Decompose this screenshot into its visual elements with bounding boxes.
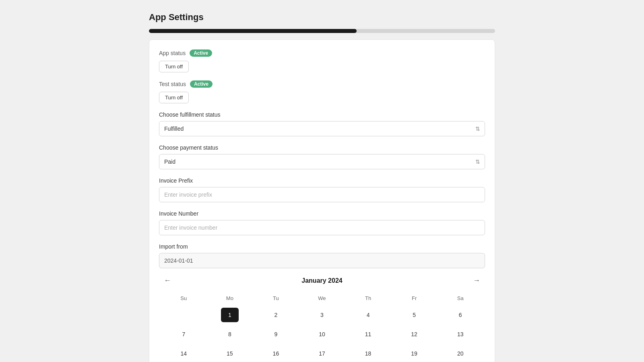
calendar-title: January 2024 — [301, 277, 342, 284]
invoice-prefix-label: Invoice Prefix — [159, 177, 485, 184]
calendar-day[interactable]: 20 — [437, 344, 483, 362]
calendar-day[interactable]: 11 — [345, 325, 391, 344]
calendar-prev-button[interactable]: ← — [161, 275, 174, 286]
calendar-day[interactable]: 13 — [437, 325, 483, 344]
calendar-next-button[interactable]: → — [470, 275, 483, 286]
invoice-number-label: Invoice Number — [159, 210, 485, 217]
page-title: App Settings — [149, 12, 495, 23]
calendar-day[interactable]: 16 — [253, 344, 299, 362]
calendar-day — [161, 305, 207, 325]
invoice-number-input[interactable] — [159, 220, 485, 235]
app-turn-off-button[interactable]: Turn off — [159, 61, 189, 72]
calendar-day[interactable]: 19 — [391, 344, 438, 362]
import-from-label: Import from — [159, 243, 485, 250]
test-turn-off-button[interactable]: Turn off — [159, 92, 189, 103]
calendar: ← January 2024 → Su Mo Tu We Th Fr Sa — [159, 275, 485, 362]
fulfillment-select[interactable]: Fulfilled Unfulfilled Partial — [159, 121, 485, 136]
calendar-grid: Su Mo Tu We Th Fr Sa 1234567891011121314… — [161, 293, 483, 362]
payment-select-wrapper: Paid Pending Refunded Voided ⇅ — [159, 154, 485, 169]
day-header-sa: Sa — [437, 293, 483, 305]
calendar-day[interactable]: 2 — [253, 305, 299, 325]
fulfillment-label: Choose fulfillment status — [159, 111, 485, 118]
day-header-su: Su — [161, 293, 207, 305]
calendar-day[interactable]: 7 — [161, 325, 207, 344]
app-status-badge: Active — [190, 49, 212, 57]
calendar-day[interactable]: 1 — [207, 305, 253, 325]
calendar-day[interactable]: 17 — [299, 344, 345, 362]
test-status-label: Test status — [159, 81, 186, 87]
calendar-day[interactable]: 4 — [345, 305, 391, 325]
calendar-day[interactable]: 18 — [345, 344, 391, 362]
day-header-th: Th — [345, 293, 391, 305]
calendar-day[interactable]: 12 — [391, 325, 438, 344]
invoice-prefix-input[interactable] — [159, 187, 485, 202]
calendar-day[interactable]: 3 — [299, 305, 345, 325]
import-from-value: 2024-01-01 — [159, 253, 485, 268]
settings-card: App status Active Turn off Test status A… — [149, 39, 495, 362]
fulfillment-select-wrapper: Fulfilled Unfulfilled Partial ⇅ — [159, 121, 485, 136]
progress-bar — [149, 29, 495, 33]
calendar-day[interactable]: 6 — [437, 305, 483, 325]
day-header-fr: Fr — [391, 293, 438, 305]
app-status-label: App status — [159, 50, 186, 56]
calendar-day[interactable]: 15 — [207, 344, 253, 362]
calendar-header: ← January 2024 → — [161, 275, 483, 286]
calendar-day[interactable]: 10 — [299, 325, 345, 344]
day-header-we: We — [299, 293, 345, 305]
payment-label: Choose payment status — [159, 144, 485, 151]
progress-bar-fill — [149, 29, 357, 33]
day-header-tu: Tu — [253, 293, 299, 305]
test-status-row: Test status Active — [159, 80, 485, 88]
calendar-day[interactable]: 8 — [207, 325, 253, 344]
calendar-day[interactable]: 14 — [161, 344, 207, 362]
day-header-mo: Mo — [207, 293, 253, 305]
payment-select[interactable]: Paid Pending Refunded Voided — [159, 154, 485, 169]
calendar-day[interactable]: 9 — [253, 325, 299, 344]
app-status-row: App status Active — [159, 49, 485, 57]
test-status-badge: Active — [190, 80, 213, 88]
calendar-day[interactable]: 5 — [391, 305, 438, 325]
